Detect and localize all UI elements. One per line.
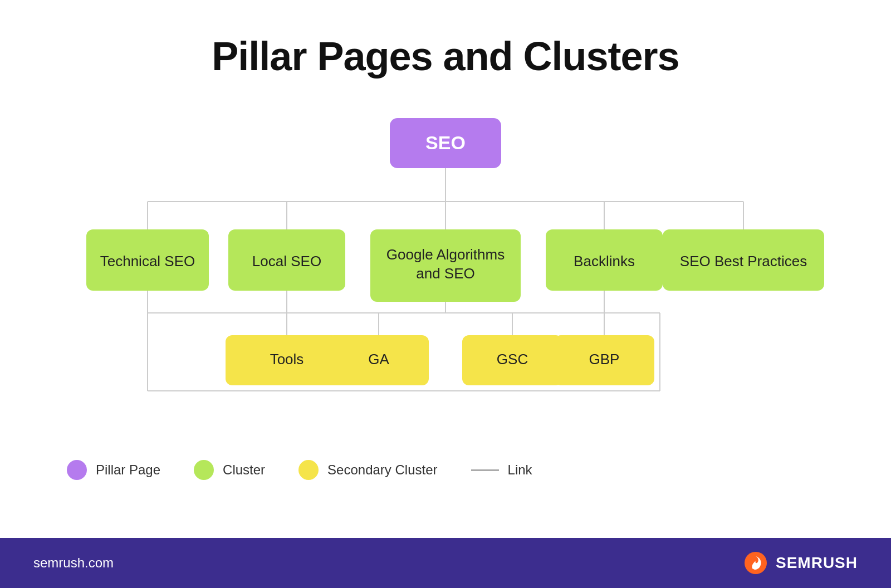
footer-brand-name: SEMRUSH (776, 554, 858, 572)
svg-text:Tools: Tools (270, 351, 304, 367)
svg-text:GSC: GSC (497, 351, 528, 367)
footer-brand: SEMRUSH (743, 551, 858, 575)
main-content: Pillar Pages and Clusters SEO Technical … (0, 0, 891, 538)
semrush-logo-icon (743, 551, 768, 575)
svg-text:Local SEO: Local SEO (252, 253, 321, 270)
svg-text:Technical SEO: Technical SEO (100, 253, 195, 270)
svg-text:GBP: GBP (589, 351, 620, 367)
svg-text:SEO Best Practices: SEO Best Practices (680, 253, 807, 270)
cluster-dot (194, 460, 214, 480)
legend-secondary-cluster: Secondary Cluster (298, 460, 437, 480)
svg-text:GA: GA (368, 351, 389, 367)
svg-text:and SEO: and SEO (416, 265, 475, 282)
diagram-svg: SEO Technical SEO Local SEO Google Algor… (56, 112, 835, 424)
legend-link-label: Link (508, 462, 532, 478)
legend-cluster: Cluster (194, 460, 265, 480)
footer-url: semrush.com (33, 555, 114, 571)
link-line (471, 469, 499, 471)
legend-pillar-page: Pillar Page (67, 460, 160, 480)
legend-secondary-label: Secondary Cluster (327, 462, 437, 478)
diagram-wrapper: SEO Technical SEO Local SEO Google Algor… (56, 112, 835, 427)
legend: Pillar Page Cluster Secondary Cluster Li… (67, 460, 532, 480)
svg-text:Backlinks: Backlinks (574, 253, 635, 270)
legend-pillar-label: Pillar Page (96, 462, 160, 478)
legend-cluster-label: Cluster (223, 462, 265, 478)
svg-text:SEO: SEO (425, 132, 466, 153)
footer: semrush.com SEMRUSH (0, 538, 891, 588)
legend-link: Link (471, 462, 532, 478)
svg-text:Google Algorithms: Google Algorithms (386, 246, 505, 263)
page-title: Pillar Pages and Clusters (212, 33, 679, 79)
secondary-cluster-dot (298, 460, 319, 480)
pillar-page-dot (67, 460, 87, 480)
